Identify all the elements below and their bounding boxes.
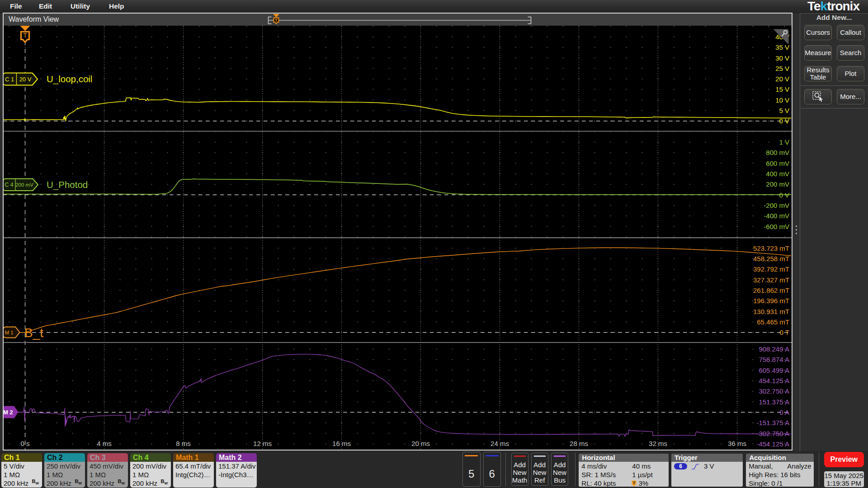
svg-text:T: T	[633, 481, 636, 485]
